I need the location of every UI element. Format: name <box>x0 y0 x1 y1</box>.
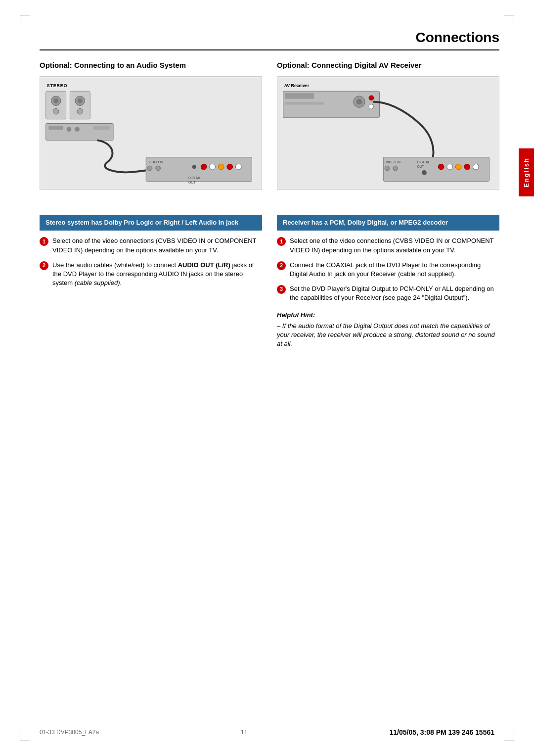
svg-point-47 <box>438 164 444 170</box>
svg-point-5 <box>53 108 59 114</box>
corner-mark-tl <box>20 15 30 25</box>
page-title: Connections <box>40 30 499 50</box>
svg-point-46 <box>422 170 427 175</box>
svg-point-26 <box>192 165 196 169</box>
svg-point-51 <box>473 164 479 170</box>
step-num-1: 1 <box>40 237 48 246</box>
svg-text:OUT: OUT <box>188 181 195 184</box>
footer-right: 11/05/05, 3:08 PM 139 246 15561 <box>389 728 494 736</box>
hint-body: – If the audio format of the Digital Out… <box>277 322 499 349</box>
right-info-box: Receiver has a PCM, Dolby Digital, or MP… <box>277 215 499 231</box>
svg-point-9 <box>77 108 83 114</box>
svg-text:OUT: OUT <box>417 165 424 168</box>
svg-text:VIDEO IN: VIDEO IN <box>386 160 400 164</box>
hint-title: Helpful Hint: <box>277 311 499 320</box>
svg-text:AV Receiver: AV Receiver <box>284 83 310 88</box>
stereo-diagram-svg: STEREO <box>40 77 262 189</box>
svg-point-50 <box>464 164 470 170</box>
step-text-1: Select one of the video connections (CVB… <box>52 236 262 254</box>
right-step-2: 2 Connect the COAXIAL jack of the DVD Pl… <box>277 261 499 279</box>
right-step-num-2: 2 <box>277 261 286 270</box>
footer: 01-33 DVP3005_LA2a 11 11/05/05, 3:08 PM … <box>40 728 494 736</box>
corner-mark-br <box>504 731 514 741</box>
helpful-hint: Helpful Hint: – If the audio format of t… <box>277 311 499 349</box>
svg-point-22 <box>210 164 216 170</box>
right-instructions: Receiver has a PCM, Dolby Digital, or MP… <box>277 215 499 349</box>
right-step-text-1: Select one of the video connections (CVB… <box>290 236 499 254</box>
language-tab: English <box>519 148 534 196</box>
svg-text:DIGITAL: DIGITAL <box>188 176 201 179</box>
right-steps-list: 1 Select one of the video connections (C… <box>277 236 499 302</box>
svg-text:DIGITAL: DIGITAL <box>417 160 430 164</box>
top-sections: Optional: Connecting to an Audio System … <box>40 60 499 200</box>
corner-mark-tr <box>504 15 514 25</box>
step-num-2: 2 <box>40 261 48 270</box>
right-diagram: AV Receiver <box>277 76 499 190</box>
left-col: Optional: Connecting to an Audio System … <box>40 60 262 200</box>
footer-doc-num: 139 246 15561 <box>448 728 494 736</box>
bottom-sections: Stereo system has Dolby Pro Logic or Rig… <box>40 215 499 349</box>
left-instructions: Stereo system has Dolby Pro Logic or Rig… <box>40 215 262 349</box>
svg-point-36 <box>369 95 374 100</box>
footer-date: 11/05/05, 3:08 PM <box>389 728 446 736</box>
right-section-title: Optional: Connecting Digital AV Receiver <box>277 60 499 70</box>
svg-point-43 <box>393 166 398 171</box>
left-steps-list: 1 Select one of the video connections (C… <box>40 236 262 287</box>
left-step-2: 2 Use the audio cables (white/red) to co… <box>40 261 262 288</box>
right-step-text-3: Set the DVD Player's Digital Output to P… <box>290 284 499 302</box>
footer-center: 11 <box>241 729 247 736</box>
svg-point-49 <box>455 164 461 170</box>
page: English Connections Optional: Connecting… <box>0 0 534 756</box>
svg-text:VIDEO IN: VIDEO IN <box>148 160 163 164</box>
svg-point-25 <box>235 164 241 170</box>
left-diagram: STEREO <box>40 76 262 190</box>
footer-left: 01-33 DVP3005_LA2a <box>40 729 99 736</box>
svg-point-19 <box>147 166 152 171</box>
svg-point-20 <box>156 166 161 171</box>
right-col: Optional: Connecting Digital AV Receiver… <box>277 60 499 200</box>
svg-point-4 <box>53 98 58 103</box>
right-step-num-1: 1 <box>277 237 286 246</box>
svg-rect-13 <box>75 127 80 132</box>
svg-rect-14 <box>93 126 110 130</box>
right-step-3: 3 Set the DVD Player's Digital Output to… <box>277 284 499 302</box>
svg-rect-33 <box>285 101 324 104</box>
left-info-box: Stereo system has Dolby Pro Logic or Rig… <box>40 215 262 231</box>
svg-point-24 <box>227 164 233 170</box>
corner-mark-bl <box>20 731 30 741</box>
svg-point-8 <box>78 98 83 103</box>
left-section-title: Optional: Connecting to an Audio System <box>40 60 262 70</box>
svg-point-23 <box>218 164 224 170</box>
left-step-1: 1 Select one of the video connections (C… <box>40 236 262 254</box>
right-step-1: 1 Select one of the video connections (C… <box>277 236 499 254</box>
svg-point-48 <box>447 164 453 170</box>
svg-rect-11 <box>49 126 63 130</box>
svg-point-37 <box>369 104 374 109</box>
svg-text:STEREO: STEREO <box>47 83 68 88</box>
av-diagram-svg: AV Receiver <box>277 77 499 189</box>
right-step-text-2: Connect the COAXIAL jack of the DVD Play… <box>290 261 499 279</box>
step-text-2: Use the audio cables (white/red) to conn… <box>52 261 262 288</box>
svg-point-42 <box>385 166 390 171</box>
right-step-num-3: 3 <box>277 285 286 294</box>
svg-point-35 <box>356 98 362 104</box>
svg-point-21 <box>201 164 207 170</box>
svg-rect-32 <box>285 93 314 99</box>
svg-rect-12 <box>67 127 72 132</box>
